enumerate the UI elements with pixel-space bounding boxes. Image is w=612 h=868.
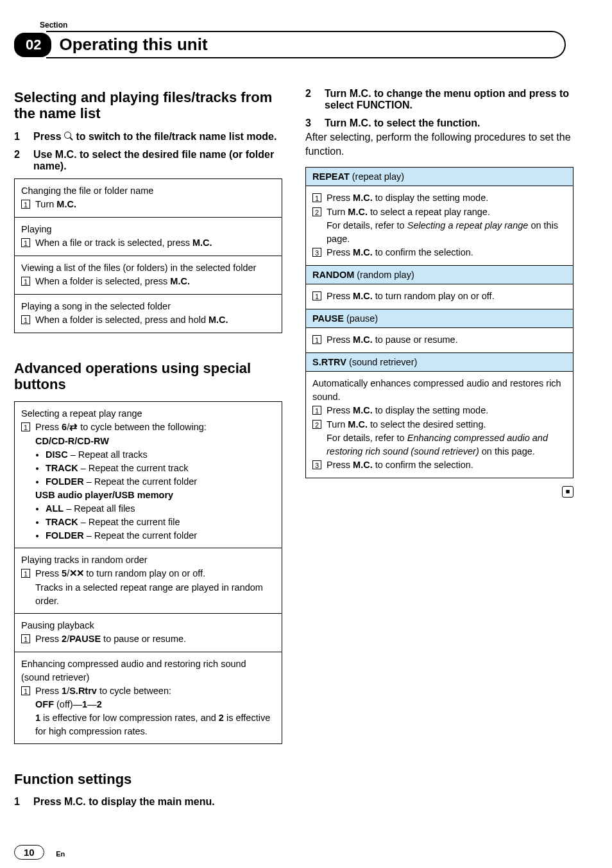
cell-pause: Pausing playback 1Press 2/PAUSE to pause… [15, 614, 282, 652]
opt-folder-text: – Repeat the current folder [84, 476, 198, 487]
function-table: REPEAT (repeat play) 1Press M.C. to disp… [305, 167, 574, 478]
fs-step-2: 2 Turn M.C. to change the menu option an… [305, 88, 574, 111]
dash: — [87, 699, 97, 709]
chapter-title: Operating this unit [46, 31, 566, 58]
one-bold: 1 [82, 699, 87, 709]
t2: to select a repeat play range. [368, 207, 490, 217]
boxed-1-icon: 1 [21, 422, 30, 431]
fbody-random: 1Press M.C. to turn random play on or of… [306, 284, 573, 309]
cell-random: Playing tracks in random order 1Press 5/… [15, 548, 282, 613]
cell-title: Enhancing compressed audio and restoring… [21, 657, 275, 684]
press-b: to pause or resume. [101, 634, 186, 644]
language-code: En [56, 850, 65, 858]
t2: to confirm the selection. [373, 247, 473, 257]
fhead-srtrv: S.RTRV (sound retriever) [306, 353, 573, 372]
fhead-random-t: (random play) [354, 270, 414, 280]
cell-play-song-in-folder: Playing a song in the selected folder 1W… [15, 295, 282, 333]
t3: For details, refer to [327, 433, 407, 443]
key-1: 1 [62, 686, 67, 696]
boxed-1-icon: 1 [21, 686, 30, 695]
step-1: 1 Press to switch to the file/track name… [14, 131, 282, 143]
off-bold: OFF [35, 699, 54, 709]
fbody-srtrv: Automatically enhances compressed audio … [306, 372, 573, 478]
press-a: Press [35, 568, 62, 578]
fhead-random-b: RANDOM [312, 270, 354, 280]
list-item: TRACK – Repeat the current track [46, 462, 275, 475]
shuffle-icon: ✕✕ [69, 568, 83, 578]
mc: M.C. [353, 460, 373, 470]
search-icon [64, 132, 73, 141]
opt-all: ALL [46, 503, 64, 514]
text-a: When a folder is selected, press and hol… [35, 315, 208, 325]
fbody-repeat: 1Press M.C. to display the setting mode.… [306, 186, 573, 266]
opt-track-text: – Repeat the current track [78, 463, 189, 473]
key-5: 5 [62, 568, 67, 578]
mc-bold: M.C. [56, 199, 76, 209]
mc-bold: M.C. [208, 315, 228, 325]
mc: M.C. [348, 207, 368, 217]
key-srtrv: S.Rtrv [69, 686, 97, 696]
text-a: When a file or track is selected, press [35, 238, 192, 248]
mc-bold: M.C. [192, 238, 212, 248]
opt-folder2-text: – Repeat the current folder [84, 530, 198, 541]
cell-title: Viewing a list of the files (or folders)… [21, 261, 275, 275]
t: Press [327, 247, 353, 257]
opt-all-text: – Repeat all files [64, 503, 135, 514]
press-a: Press [35, 422, 62, 432]
heading-advanced: Advanced operations using special button… [14, 360, 282, 393]
opt-folder2: FOLDER [46, 530, 84, 541]
mc: M.C. [353, 247, 373, 257]
fhead-srtrv-t: (sound retriever) [346, 357, 417, 367]
opt-track2: TRACK [46, 517, 78, 527]
t: Press [327, 460, 353, 470]
key-2: 2 [62, 634, 67, 644]
heading-select-play: Selecting and playing files/tracks from … [14, 89, 282, 122]
t2: to confirm the selection. [373, 460, 473, 470]
fhead-pause: PAUSE (pause) [306, 309, 573, 328]
cell-title: Changing the file or folder name [21, 184, 275, 198]
t2: to display the setting mode. [373, 193, 489, 203]
step-1-num: 1 [14, 131, 33, 143]
cell-title: Playing [21, 223, 275, 236]
two-bold: 2 [97, 699, 102, 709]
fhead-srtrv-b: S.RTRV [312, 357, 346, 367]
sub-usb: USB audio player/USB memory [21, 489, 275, 502]
name-list-box: Changing the file or folder name 1Turn M… [14, 178, 282, 333]
step-2-num: 2 [14, 149, 33, 172]
opt-disc: DISC [46, 449, 68, 460]
opt-folder: FOLDER [46, 476, 84, 487]
left-column: Selecting and playing files/tracks from … [14, 84, 282, 814]
fhead-random: RANDOM (random play) [306, 266, 573, 284]
mc-bold: M.C. [170, 276, 190, 286]
mc: M.C. [353, 334, 373, 345]
off-text: (off)— [54, 699, 82, 709]
chapter-bar: 02 Operating this unit [14, 31, 574, 58]
step-1-text-b: to switch to the file/track name list mo… [73, 131, 276, 142]
page-footer: 10 En [14, 845, 574, 868]
list-item: DISC – Repeat all tracks [46, 448, 275, 462]
boxed-3-icon: 3 [312, 460, 321, 469]
fs-step-3-num: 3 [305, 117, 325, 129]
cell-title: Playing a song in the selected folder [21, 300, 275, 313]
section-label: Section [40, 21, 574, 30]
turn-text: Turn [35, 199, 56, 209]
boxed-2-icon: 2 [312, 207, 321, 216]
section-end-mark: ■ [305, 483, 574, 498]
random-line2: Tracks in a selected repeat range are pl… [35, 581, 275, 608]
t: Press [327, 405, 353, 415]
list-item: FOLDER – Repeat the current folder [46, 475, 275, 489]
fhead-repeat-b: REPEAT [312, 171, 350, 182]
sub-cd: CD/CD-R/CD-RW [21, 435, 275, 448]
boxed-1-icon: 1 [312, 335, 321, 344]
list-item: TRACK – Repeat the current file [46, 516, 275, 529]
step-2-text: Use M.C. to select the desired file name… [33, 149, 282, 172]
mc: M.C. [348, 419, 368, 430]
press-b: to turn random play on or off. [83, 568, 205, 578]
heading-function-settings: Function settings [14, 771, 282, 787]
mc: M.C. [353, 291, 373, 301]
t: Turn [327, 207, 348, 217]
cell-view-list: Viewing a list of the files (or folders)… [15, 256, 282, 295]
cell-title: Playing tracks in random order [21, 553, 275, 567]
boxed-1-icon: 1 [21, 277, 30, 286]
press-a: Press [35, 634, 62, 644]
